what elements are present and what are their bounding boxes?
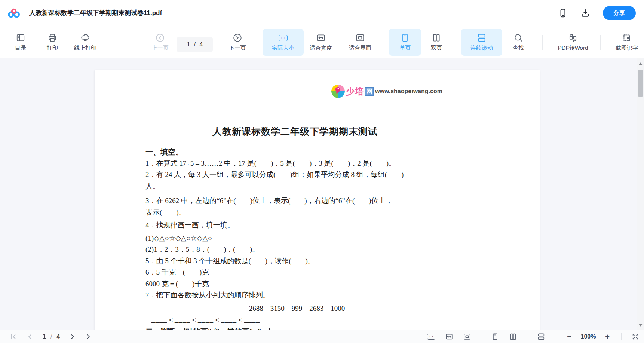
netdisk-logo-icon[interactable] bbox=[7, 7, 20, 19]
toolbar-divider bbox=[250, 35, 250, 50]
continuous-scroll-label: 连续滚动 bbox=[470, 45, 493, 52]
next-page-button[interactable]: 下一页 bbox=[221, 29, 254, 56]
continuous-scroll-icon[interactable] bbox=[537, 333, 545, 341]
fit-width-button[interactable]: 适合宽度 bbox=[302, 29, 340, 56]
online-print-label: 线上打印 bbox=[74, 45, 96, 52]
page-separator: / bbox=[194, 41, 196, 48]
first-page-icon[interactable] bbox=[10, 333, 17, 340]
statusbar-page-current: 1 bbox=[43, 333, 46, 340]
cloud-print-icon bbox=[80, 33, 90, 43]
doc-line: 二、判断。(对的画“√”，错的画“×”。) bbox=[145, 326, 448, 330]
find-button[interactable]: 查找 bbox=[502, 29, 534, 56]
page-number-input[interactable]: 1 / 4 bbox=[177, 37, 213, 52]
statusbar-page-indicator: 1 / 4 bbox=[43, 333, 60, 340]
actual-size-button[interactable]: 1:1 实际大小 bbox=[263, 29, 304, 56]
doc-line: 3．在 6262 中，左边的“6”在( )位上，表示( )，右边的“6”在( )… bbox=[145, 195, 448, 207]
doc-line: 表示( )。 bbox=[145, 207, 448, 218]
fit-page-icon bbox=[355, 33, 365, 43]
double-page-button[interactable]: 双页 bbox=[420, 29, 453, 56]
fit-page-button[interactable]: 适合界面 bbox=[341, 29, 379, 56]
toolbar-divider bbox=[542, 35, 543, 50]
statusbar-tools: 1:1 bbox=[427, 330, 640, 343]
page-total: 4 bbox=[199, 41, 203, 48]
doc-line: 2．有 24 人，每 3 人一组，最多可以分成( )组；如果平均分成 8 组，每… bbox=[145, 169, 448, 181]
prev-page-icon[interactable] bbox=[26, 333, 34, 340]
statusbar-divider bbox=[527, 333, 527, 340]
printer-icon bbox=[47, 33, 57, 43]
next-page-icon[interactable] bbox=[69, 333, 76, 340]
vertical-scrollbar[interactable] bbox=[637, 58, 644, 330]
viewer-area: 少培 网 www.shaopeiwang.com 人教新课标数学二年级下学期期末… bbox=[0, 58, 644, 330]
document-title: 人教新课标数学二年级下学期期末测试 bbox=[145, 125, 445, 138]
zoom-out-button[interactable]: − bbox=[565, 333, 573, 340]
prev-page-label: 上一页 bbox=[152, 45, 169, 52]
crop-screenshot-icon bbox=[622, 33, 632, 43]
doc-line: (1)◇△○☆◇△○☆◇△○____ bbox=[145, 233, 448, 244]
toc-label: 目录 bbox=[15, 45, 26, 52]
pdf-page: 少培 网 www.shaopeiwang.com 人教新课标数学二年级下学期期末… bbox=[95, 70, 540, 330]
zoom-controls: − 100% + bbox=[565, 333, 611, 340]
continuous-scroll-button[interactable]: 连续滚动 bbox=[461, 29, 502, 56]
toolbar-divider bbox=[453, 35, 453, 50]
page-current: 1 bbox=[187, 41, 190, 48]
fit-width-label: 适合宽度 bbox=[310, 45, 332, 52]
online-print-button[interactable]: 线上打印 bbox=[65, 29, 106, 56]
fit-page-icon[interactable] bbox=[463, 333, 471, 341]
statusbar-page-separator: / bbox=[50, 333, 52, 340]
statusbar-nav: 1 / 4 bbox=[0, 333, 93, 340]
header: 人教新课标数学二年级下学期期末测试卷11.pdf 分享 bbox=[0, 0, 644, 26]
actual-size-label: 实际大小 bbox=[272, 45, 294, 52]
single-page-label: 单页 bbox=[399, 45, 411, 52]
screenshot-ocr-label: 截图识字 bbox=[616, 45, 638, 52]
toc-button[interactable]: 目录 bbox=[6, 29, 36, 56]
print-button[interactable]: 打印 bbox=[37, 29, 67, 56]
next-page-label: 下一页 bbox=[229, 45, 246, 52]
zoom-in-button[interactable]: + bbox=[603, 333, 611, 340]
doc-line: 6000 克＝( )千克 bbox=[145, 278, 448, 290]
statusbar-divider bbox=[481, 333, 481, 340]
find-label: 查找 bbox=[513, 45, 524, 52]
screenshot-ocr-button[interactable]: 截图识字 bbox=[606, 29, 644, 56]
toolbar-divider bbox=[600, 35, 601, 50]
brand-box: 网 bbox=[365, 87, 374, 96]
chevron-right-circle-icon bbox=[233, 33, 242, 43]
double-page-icon[interactable] bbox=[509, 333, 517, 341]
last-page-icon[interactable] bbox=[85, 333, 93, 340]
scroll-down-icon[interactable] bbox=[637, 322, 644, 328]
statusbar-page-total: 4 bbox=[56, 333, 60, 340]
fit-width-icon bbox=[316, 33, 326, 43]
single-page-button[interactable]: 单页 bbox=[389, 29, 421, 56]
download-icon[interactable] bbox=[580, 8, 590, 18]
doc-line: 5．由 5 个千和 3 个十组成的数是( )，读作( )。 bbox=[145, 255, 448, 267]
continuous-scroll-icon bbox=[477, 33, 487, 43]
toolbar: 目录 打印 线上打印 上一页 bbox=[0, 27, 644, 58]
fullscreen-icon[interactable] bbox=[631, 333, 640, 341]
doc-line: 4．找规律画一画，填一填。 bbox=[145, 220, 448, 231]
fit-width-icon[interactable] bbox=[445, 333, 453, 341]
shaopeiwang-logo-icon bbox=[331, 84, 345, 98]
single-page-icon[interactable] bbox=[491, 333, 499, 341]
brand-name: 少培 bbox=[346, 86, 364, 97]
prev-page-button[interactable]: 上一页 bbox=[143, 29, 177, 56]
search-icon bbox=[513, 33, 523, 43]
actual-size-icon[interactable]: 1:1 bbox=[427, 333, 435, 341]
mobile-device-icon[interactable] bbox=[558, 8, 568, 18]
doc-line: 2688 3150 999 2683 1000 bbox=[145, 303, 448, 315]
pdf-to-word-label: PDF转Word bbox=[558, 45, 588, 52]
zoom-level: 100% bbox=[579, 333, 598, 340]
pdf-to-word-button[interactable]: PDF转Word bbox=[549, 29, 597, 56]
doc-line: 1．在算式 17÷5＝3……2 中，17 是( )，5 是( )，3 是( )，… bbox=[145, 158, 448, 169]
doc-line: 6．5 千克＝( )克 bbox=[145, 267, 448, 278]
share-button[interactable]: 分享 bbox=[603, 6, 636, 20]
file-title: 人教新课标数学二年级下学期期末测试卷11.pdf bbox=[29, 9, 162, 17]
document-body: 一、填空。 1．在算式 17÷5＝3……2 中，17 是( )，5 是( )，3… bbox=[145, 146, 448, 330]
statusbar-divider bbox=[555, 333, 555, 340]
fit-page-label: 适合界面 bbox=[349, 45, 371, 52]
pdf-viewer-app: 人教新课标数学二年级下学期期末测试卷11.pdf 分享 目录 bbox=[0, 0, 644, 343]
actual-size-icon: 1:1 bbox=[279, 33, 288, 43]
shaopeiwang-logo: 少培 网 www.shaopeiwang.com bbox=[331, 83, 442, 99]
brand-url: www.shaopeiwang.com bbox=[375, 88, 442, 95]
scroll-up-icon[interactable] bbox=[637, 61, 644, 67]
scrollbar-thumb[interactable] bbox=[638, 70, 643, 97]
print-label: 打印 bbox=[47, 45, 58, 52]
